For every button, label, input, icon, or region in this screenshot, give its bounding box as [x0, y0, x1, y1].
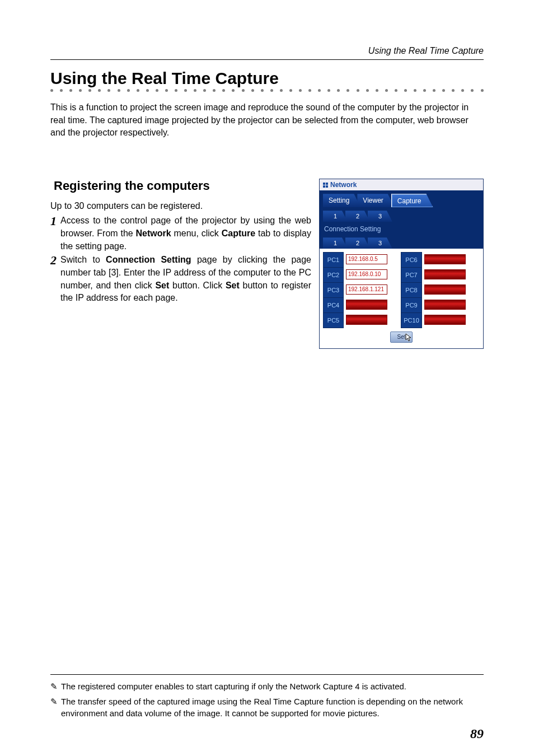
table-row: PC3192.168.1.121PC8 [324, 283, 480, 298]
cs-subtab-1[interactable]: 1 [323, 237, 348, 249]
step-text-bold: Set [155, 281, 169, 290]
step-text-bold: Capture [222, 228, 255, 238]
tab-setting[interactable]: Setting [323, 194, 360, 207]
subtab-2[interactable]: 2 [345, 211, 370, 222]
pc-label: PC2 [324, 268, 344, 283]
registration-limit: Up to 30 computers can be registered. [50, 201, 311, 211]
footnote-2: The transfer speed of the captured image… [61, 696, 484, 719]
pc-label: PC5 [324, 313, 344, 328]
app-icon [323, 183, 328, 188]
set-button[interactable]: Set [390, 332, 413, 343]
pc-label: PC1 [324, 253, 344, 268]
page-number: 89 [470, 726, 484, 741]
pc-label: PC4 [324, 298, 344, 313]
pc-label: PC10 [401, 313, 422, 328]
decorative-dot-rule [50, 89, 484, 95]
step-text-bold: Network [136, 228, 171, 238]
capture-subtabs: 1 2 3 [320, 207, 483, 222]
table-row: PC5PC10 [324, 313, 480, 328]
pc-ip-input[interactable] [346, 300, 387, 310]
pc-ip-table: PC1192.168.0.5PC6PC2192.168.0.10PC7PC319… [323, 252, 480, 328]
footnote-1: The registered computer enables to start… [61, 680, 406, 692]
step-number: 1 [50, 214, 60, 228]
cs-subtab-2[interactable]: 2 [345, 237, 370, 249]
table-row: PC2192.168.0.10PC7 [324, 268, 480, 283]
network-settings-screenshot: Network Setting Viewer Capture 1 2 3 Con… [319, 179, 484, 349]
main-tabs: Setting Viewer Capture [320, 190, 483, 207]
connection-setting-subtabs: 1 2 3 [320, 234, 483, 249]
pc-ip-input[interactable] [346, 315, 387, 325]
tab-viewer[interactable]: Viewer [357, 194, 394, 207]
step-text-bold: Connection Setting [106, 255, 191, 264]
pc-label: PC3 [324, 283, 344, 298]
step-text-frag: Switch to [60, 255, 106, 264]
step-text: Switch to Connection Setting page by cli… [60, 254, 311, 305]
subtab-3[interactable]: 3 [368, 211, 392, 222]
intro-paragraph: This is a function to project the screen… [50, 101, 484, 139]
step-text-bold: Set [226, 281, 240, 290]
footnote-mark-icon: ✎ [50, 696, 58, 719]
step-text: Access to the control page of the projec… [60, 214, 311, 253]
pc-ip-input[interactable]: 192.168.0.5 [346, 254, 387, 264]
pc-ip-input[interactable] [424, 300, 466, 310]
cursor-icon [404, 333, 413, 346]
connection-setting-label: Connection Setting [320, 222, 483, 234]
section-heading: Registering the computers [50, 179, 311, 193]
subtab-1[interactable]: 1 [323, 211, 348, 222]
step-number: 2 [50, 254, 60, 267]
window-title: Network [330, 181, 357, 189]
pc-ip-input[interactable] [424, 284, 466, 295]
table-row: PC1192.168.0.5PC6 [324, 253, 480, 268]
window-titlebar: Network [320, 179, 483, 190]
pc-label: PC8 [401, 283, 422, 298]
pc-ip-input[interactable] [424, 254, 466, 264]
pc-ip-input[interactable] [424, 269, 466, 279]
cs-subtab-3[interactable]: 3 [368, 237, 392, 249]
footnote-mark-icon: ✎ [50, 680, 58, 692]
pc-ip-input[interactable]: 192.168.1.121 [346, 284, 387, 295]
pc-label: PC9 [401, 298, 422, 313]
pc-label: PC6 [401, 253, 422, 268]
page-title: Using the Real Time Capture [50, 69, 484, 88]
tab-capture[interactable]: Capture [391, 194, 433, 207]
step-text-frag: menu, click [171, 228, 222, 238]
step-2: 2 Switch to Connection Setting page by c… [50, 254, 311, 305]
pc-ip-input[interactable] [424, 315, 466, 325]
pc-label: PC7 [401, 268, 422, 283]
running-header: Using the Real Time Capture [50, 46, 484, 60]
step-text-frag: button. Click [169, 281, 226, 290]
table-row: PC4PC9 [324, 298, 480, 313]
footnotes: ✎ The registered computer enables to sta… [50, 674, 484, 722]
step-1: 1 Access to the control page of the proj… [50, 214, 311, 253]
pc-ip-input[interactable]: 192.168.0.10 [346, 269, 387, 279]
